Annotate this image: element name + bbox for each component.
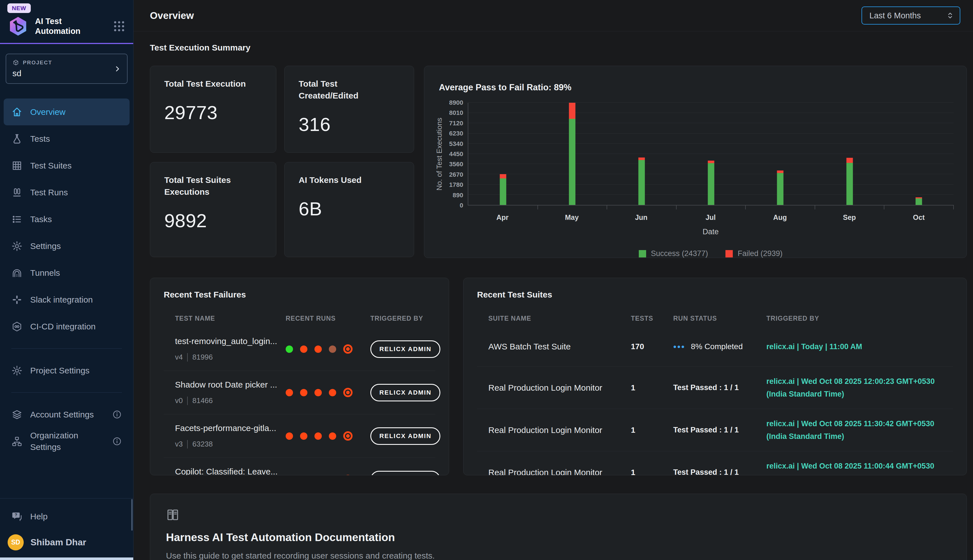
sidebar-item-settings[interactable]: Settings (4, 233, 130, 259)
run-dot-green-icon (286, 345, 293, 353)
triggered-by[interactable]: relicx.ai | Wed Oct 08 2025 11:30:42 GMT… (766, 417, 942, 443)
suite-tests: 1 (631, 383, 673, 392)
suite-name[interactable]: Real Production Login Monitor (488, 425, 631, 435)
run-status: 8% Completed (691, 342, 743, 351)
suite-tests: 1 (631, 426, 673, 435)
bar-sep (846, 103, 853, 205)
chart-legend: Success (24377) Failed (2939) (468, 249, 953, 258)
legend-item-failed: Failed (2939) (725, 249, 783, 258)
run-dot-red-icon (329, 389, 336, 396)
test-name[interactable]: test-removing_auto_login... (175, 337, 286, 346)
divider (187, 397, 188, 405)
test-run-id: 81466 (192, 396, 213, 405)
suite-name[interactable]: Real Production Login Monitor (488, 468, 631, 475)
triggered-by[interactable]: relicx.ai | Wed Oct 08 2025 11:00:44 GMT… (766, 460, 942, 475)
table-row[interactable]: Real Production Login Monitor 1 Test Pas… (477, 367, 953, 409)
triggered-by-button[interactable]: RELICX ADMIN (370, 340, 440, 358)
bar-success-segment (708, 163, 714, 205)
sidebar-scrollbar[interactable] (131, 499, 133, 531)
cicd-icon (11, 321, 23, 332)
x-tick-label: Jun (635, 213, 647, 222)
bar-aug (777, 103, 784, 205)
date-range-select[interactable]: Last 6 Months (861, 7, 960, 25)
triggered-by[interactable]: relicx.ai | Today | 11:00 AM (766, 340, 942, 353)
run-dot-red-icon (315, 389, 322, 396)
app-grid-icon[interactable] (112, 20, 126, 33)
triggered-by-button[interactable]: RELICX ADMIN (370, 427, 440, 445)
y-tick-label: 0 (460, 202, 463, 209)
sidebar-item-label: Project Settings (30, 366, 90, 375)
stat-card-total-suite-executions: Total Test Suites Executions 9892 (150, 162, 277, 257)
table-row[interactable]: Real Production Login Monitor 1 Test Pas… (477, 451, 953, 475)
success-swatch-icon (639, 250, 646, 257)
sidebar-item-test-runs[interactable]: Test Runs (4, 179, 130, 206)
run-dot-brown-icon (329, 345, 336, 353)
suite-name[interactable]: AWS Batch Test Suite (488, 342, 631, 352)
table-row[interactable]: Facets-performance-gitla... v363238 RELI… (164, 414, 435, 458)
triggered-by[interactable]: relicx.ai | Wed Oct 08 2025 12:00:23 GMT… (766, 375, 942, 400)
sidebar-item-label: Test Suites (30, 161, 72, 170)
triggered-by-button[interactable]: RELICX ADMIN (370, 471, 440, 476)
stat-card-ai-tokens: AI Tokens Used 6B (284, 162, 414, 257)
run-dot-red-icon (329, 432, 336, 440)
docs-title: Harness AI Test Automation Documentation (166, 531, 951, 543)
recent-test-failures-card: Recent Test Failures TEST NAME RECENT RU… (150, 278, 449, 475)
table-row[interactable]: Real Production Login Monitor 1 Test Pas… (477, 409, 953, 451)
stat-value: 9892 (164, 210, 262, 232)
project-selector[interactable]: PROJECT sd (6, 53, 128, 84)
suite-name[interactable]: Real Production Login Monitor (488, 383, 631, 393)
user-menu[interactable]: SD Shibam Dhar (4, 530, 130, 560)
sidebar-item-organization-settings[interactable]: Organization Settings (4, 428, 130, 455)
run-dot-red-icon (315, 432, 322, 440)
sidebar-item-tasks[interactable]: Tasks (4, 206, 130, 233)
table-row[interactable]: AWS Batch Test Suite 170 ••• 8% Complete… (477, 327, 953, 367)
sidebar-item-tests[interactable]: Tests (4, 125, 130, 152)
table-row[interactable]: test-removing_auto_login... v481996 RELI… (164, 327, 435, 371)
sidebar-item-label: Tunnels (30, 268, 60, 278)
x-tick-label: Aug (773, 213, 787, 222)
sidebar: NEW AI Test Automation (0, 0, 133, 560)
sidebar-item-overview[interactable]: Overview (4, 98, 130, 125)
docs-description: Use this guide to get started recording … (166, 551, 951, 560)
bar-success-segment (500, 178, 506, 205)
section-title: Test Execution Summary (150, 43, 967, 52)
table-row[interactable]: Copilot: Classified: Leave... v663129 RE… (164, 458, 435, 475)
failed-swatch-icon (725, 250, 733, 257)
main-content: Overview Last 6 Months Test Execution Su… (133, 0, 973, 560)
test-version: v3 (175, 440, 183, 448)
test-name[interactable]: Copilot: Classified: Leave... (175, 467, 286, 475)
run-dot-ring-icon (343, 475, 353, 475)
app-title: AI Test Automation (35, 17, 89, 37)
slack-icon (11, 294, 23, 305)
stat-card-total-test-execution: Total Test Execution 29773 (150, 66, 277, 153)
run-dot-red-icon (286, 389, 293, 396)
docs-book-icon (166, 508, 951, 522)
sidebar-item-project-settings[interactable]: Project Settings (4, 357, 130, 384)
info-icon[interactable] (112, 410, 122, 420)
column-header: TEST NAME (175, 315, 286, 322)
sidebar-item-tunnels[interactable]: Tunnels (4, 259, 130, 286)
test-name[interactable]: Facets-performance-gitla... (175, 423, 286, 433)
bar-oct (916, 103, 922, 205)
list-icon (11, 214, 23, 225)
suites-title: Recent Test Suites (477, 290, 953, 300)
sidebar-item-cicd-integration[interactable]: CI-CD integration (4, 313, 130, 340)
bar-success-segment (569, 119, 576, 205)
bar-failed-segment (638, 158, 645, 160)
triggered-by-button[interactable]: RELICX ADMIN (370, 384, 440, 402)
table-row[interactable]: Shadow root Date picker ... v081466 RELI… (164, 371, 435, 414)
avatar: SD (8, 534, 24, 550)
sidebar-item-slack-integration[interactable]: Slack integration (4, 286, 130, 313)
page-title: Overview (150, 10, 194, 21)
sidebar-nav: Overview Tests Test Suites Test Runs Tas… (0, 91, 133, 455)
y-ticks: 0890178026703560445053406230712080108900 (444, 103, 468, 205)
test-name[interactable]: Shadow root Date picker ... (175, 380, 286, 390)
sidebar-item-help[interactable]: ? Help (4, 503, 130, 530)
run-dot-red-icon (315, 345, 322, 353)
divider (187, 353, 188, 362)
brand-header: NEW AI Test Automation (0, 0, 133, 44)
sidebar-item-test-suites[interactable]: Test Suites (4, 152, 130, 179)
bottom-scrollbar-strip[interactable] (0, 557, 133, 560)
sidebar-item-account-settings[interactable]: Account Settings (4, 401, 130, 428)
info-icon[interactable] (112, 437, 122, 446)
